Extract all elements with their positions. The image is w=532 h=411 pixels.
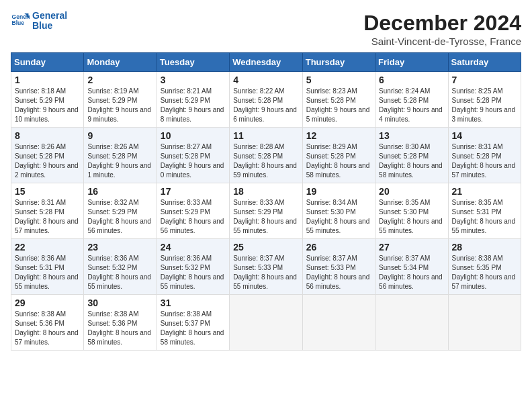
day-info: Sunrise: 8:33 AM Sunset: 5:29 PM Dayligh… bbox=[161, 198, 226, 236]
day-info: Sunrise: 8:18 AM Sunset: 5:29 PM Dayligh… bbox=[15, 87, 80, 124]
daylight-label: Daylight: 9 hours and 1 minute. bbox=[87, 162, 151, 179]
sunrise-label: Sunrise: 8:26 AM bbox=[87, 143, 138, 150]
daylight-label: Daylight: 9 hours and 2 minutes. bbox=[15, 162, 79, 179]
daylight-label: Daylight: 8 hours and 55 minutes. bbox=[233, 273, 297, 290]
weekday-header: Friday bbox=[375, 53, 448, 72]
sunrise-label: Sunrise: 8:36 AM bbox=[15, 255, 66, 262]
daylight-label: Daylight: 8 hours and 56 minutes. bbox=[87, 218, 151, 234]
sunrise-label: Sunrise: 8:31 AM bbox=[452, 143, 503, 150]
day-number: 28 bbox=[452, 242, 517, 253]
sunrise-label: Sunrise: 8:32 AM bbox=[87, 199, 138, 206]
sunrise-label: Sunrise: 8:29 AM bbox=[306, 143, 357, 150]
day-number: 4 bbox=[233, 75, 298, 85]
calendar-day-cell: 17 Sunrise: 8:33 AM Sunset: 5:29 PM Dayl… bbox=[157, 183, 229, 239]
day-number: 19 bbox=[306, 186, 371, 197]
logo-text: General Blue bbox=[32, 11, 67, 32]
sunrise-label: Sunrise: 8:34 AM bbox=[306, 199, 357, 206]
day-info: Sunrise: 8:37 AM Sunset: 5:33 PM Dayligh… bbox=[306, 254, 371, 291]
sunrise-label: Sunrise: 8:37 AM bbox=[306, 255, 357, 262]
sunrise-label: Sunrise: 8:38 AM bbox=[87, 310, 138, 318]
sunrise-label: Sunrise: 8:27 AM bbox=[161, 143, 212, 150]
calendar-week-row: 29 Sunrise: 8:38 AM Sunset: 5:36 PM Dayl… bbox=[11, 295, 521, 351]
daylight-label: Daylight: 8 hours and 55 minutes. bbox=[452, 218, 516, 234]
day-number: 11 bbox=[233, 130, 298, 141]
daylight-label: Daylight: 8 hours and 55 minutes. bbox=[15, 273, 79, 290]
day-number: 20 bbox=[379, 186, 444, 197]
day-number: 26 bbox=[306, 242, 371, 253]
daylight-label: Daylight: 9 hours and 4 minutes. bbox=[379, 106, 443, 123]
day-info: Sunrise: 8:38 AM Sunset: 5:35 PM Dayligh… bbox=[452, 254, 517, 291]
day-number: 3 bbox=[161, 75, 226, 85]
day-info: Sunrise: 8:37 AM Sunset: 5:34 PM Dayligh… bbox=[379, 254, 444, 291]
daylight-label: Daylight: 8 hours and 55 minutes. bbox=[233, 218, 297, 234]
sunrise-label: Sunrise: 8:25 AM bbox=[452, 87, 503, 95]
day-info: Sunrise: 8:21 AM Sunset: 5:29 PM Dayligh… bbox=[161, 87, 226, 124]
calendar-table: SundayMondayTuesdayWednesdayThursdayFrid… bbox=[11, 52, 521, 351]
sunset-label: Sunset: 5:29 PM bbox=[87, 97, 137, 104]
day-info: Sunrise: 8:31 AM Sunset: 5:28 PM Dayligh… bbox=[452, 142, 517, 180]
day-number: 29 bbox=[15, 298, 80, 308]
sunset-label: Sunset: 5:28 PM bbox=[15, 208, 64, 216]
sunset-label: Sunset: 5:29 PM bbox=[161, 97, 210, 104]
calendar-day-cell: 6 Sunrise: 8:24 AM Sunset: 5:28 PM Dayli… bbox=[375, 72, 448, 128]
day-info: Sunrise: 8:38 AM Sunset: 5:36 PM Dayligh… bbox=[87, 310, 152, 347]
weekday-header: Tuesday bbox=[157, 53, 229, 72]
day-number: 8 bbox=[15, 130, 80, 141]
daylight-label: Daylight: 8 hours and 55 minutes. bbox=[161, 273, 224, 290]
sunrise-label: Sunrise: 8:33 AM bbox=[233, 199, 284, 206]
day-number: 14 bbox=[452, 130, 517, 141]
day-number: 30 bbox=[87, 298, 152, 308]
day-number: 2 bbox=[87, 75, 152, 85]
day-info: Sunrise: 8:35 AM Sunset: 5:30 PM Dayligh… bbox=[379, 198, 444, 236]
sunrise-label: Sunrise: 8:21 AM bbox=[161, 87, 212, 95]
day-info: Sunrise: 8:34 AM Sunset: 5:30 PM Dayligh… bbox=[306, 198, 371, 236]
daylight-label: Daylight: 8 hours and 58 minutes. bbox=[379, 162, 443, 179]
sunrise-label: Sunrise: 8:36 AM bbox=[87, 255, 138, 262]
daylight-label: Daylight: 8 hours and 57 minutes. bbox=[452, 162, 516, 179]
day-info: Sunrise: 8:36 AM Sunset: 5:32 PM Dayligh… bbox=[161, 254, 226, 291]
sunset-label: Sunset: 5:28 PM bbox=[452, 97, 502, 104]
day-number: 24 bbox=[161, 242, 226, 253]
day-info: Sunrise: 8:36 AM Sunset: 5:32 PM Dayligh… bbox=[87, 254, 152, 291]
day-number: 1 bbox=[15, 75, 80, 85]
calendar-week-row: 1 Sunrise: 8:18 AM Sunset: 5:29 PM Dayli… bbox=[11, 72, 521, 128]
day-info: Sunrise: 8:32 AM Sunset: 5:29 PM Dayligh… bbox=[87, 198, 152, 236]
page-title: December 2024 bbox=[363, 11, 521, 36]
day-number: 22 bbox=[15, 242, 80, 253]
calendar-day-cell: 22 Sunrise: 8:36 AM Sunset: 5:31 PM Dayl… bbox=[11, 239, 84, 295]
day-number: 10 bbox=[161, 130, 226, 141]
weekday-header-row: SundayMondayTuesdayWednesdayThursdayFrid… bbox=[11, 53, 521, 72]
sunrise-label: Sunrise: 8:38 AM bbox=[452, 255, 503, 262]
sunset-label: Sunset: 5:33 PM bbox=[233, 264, 283, 271]
sunrise-label: Sunrise: 8:36 AM bbox=[161, 255, 212, 262]
sunrise-label: Sunrise: 8:31 AM bbox=[15, 199, 66, 206]
daylight-label: Daylight: 8 hours and 55 minutes. bbox=[87, 273, 151, 290]
calendar-day-cell: 21 Sunrise: 8:35 AM Sunset: 5:31 PM Dayl… bbox=[448, 183, 521, 239]
sunset-label: Sunset: 5:30 PM bbox=[379, 208, 429, 216]
calendar-day-cell bbox=[302, 295, 375, 351]
calendar-day-cell: 2 Sunrise: 8:19 AM Sunset: 5:29 PM Dayli… bbox=[84, 72, 157, 128]
title-area: December 2024 Saint-Vincent-de-Tyrosse, … bbox=[363, 11, 521, 47]
daylight-label: Daylight: 9 hours and 8 minutes. bbox=[161, 106, 224, 123]
sunrise-label: Sunrise: 8:26 AM bbox=[15, 143, 66, 150]
day-number: 6 bbox=[379, 75, 444, 85]
daylight-label: Daylight: 9 hours and 5 minutes. bbox=[306, 106, 370, 123]
weekday-header: Saturday bbox=[448, 53, 521, 72]
daylight-label: Daylight: 8 hours and 56 minutes. bbox=[306, 273, 370, 290]
calendar-day-cell: 31 Sunrise: 8:38 AM Sunset: 5:37 PM Dayl… bbox=[157, 295, 229, 351]
calendar-day-cell: 1 Sunrise: 8:18 AM Sunset: 5:29 PM Dayli… bbox=[11, 72, 84, 128]
daylight-label: Daylight: 9 hours and 0 minutes. bbox=[161, 162, 224, 179]
day-info: Sunrise: 8:30 AM Sunset: 5:28 PM Dayligh… bbox=[379, 142, 444, 180]
sunrise-label: Sunrise: 8:33 AM bbox=[161, 199, 212, 206]
day-number: 12 bbox=[306, 130, 371, 141]
calendar-day-cell: 5 Sunrise: 8:23 AM Sunset: 5:28 PM Dayli… bbox=[302, 72, 375, 128]
sunrise-label: Sunrise: 8:22 AM bbox=[233, 87, 284, 95]
day-info: Sunrise: 8:22 AM Sunset: 5:28 PM Dayligh… bbox=[233, 87, 298, 124]
calendar-day-cell: 18 Sunrise: 8:33 AM Sunset: 5:29 PM Dayl… bbox=[230, 183, 302, 239]
page-subtitle: Saint-Vincent-de-Tyrosse, France bbox=[363, 36, 521, 47]
calendar-day-cell: 12 Sunrise: 8:29 AM Sunset: 5:28 PM Dayl… bbox=[302, 128, 375, 183]
day-number: 5 bbox=[306, 75, 371, 85]
sunrise-label: Sunrise: 8:37 AM bbox=[233, 255, 284, 262]
day-info: Sunrise: 8:27 AM Sunset: 5:28 PM Dayligh… bbox=[161, 142, 226, 180]
calendar-day-cell: 29 Sunrise: 8:38 AM Sunset: 5:36 PM Dayl… bbox=[11, 295, 84, 351]
